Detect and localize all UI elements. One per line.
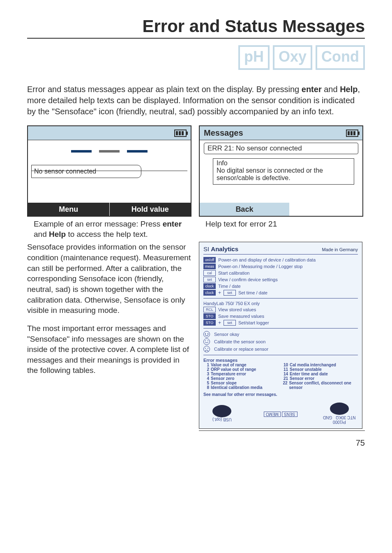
status-text: No sensor connected [31, 165, 141, 178]
display-right-titlebar: Messages [200, 126, 362, 140]
face-neutral-icon [203, 338, 210, 345]
key-rcl: RCL [203, 307, 216, 312]
face-neutral-text: Calibrate the sensor soon [214, 339, 265, 344]
see-manual: See manual for other error messages. [203, 392, 358, 397]
display-right-softkeys: Back [200, 203, 362, 216]
key-set: set [203, 277, 216, 282]
badge-row: pH Oxy Cond [27, 45, 365, 70]
panel-column: SI Analytics Made in Germany on/offPower… [199, 242, 365, 431]
display-right: Messages ERR 21: No sensor connected Inf… [199, 125, 363, 217]
info-body: No digital sensor is connected or the se… [217, 167, 350, 182]
info-box: Info No digital sensor is connected or t… [213, 158, 354, 185]
key-sto: STO [203, 313, 216, 319]
port-sens: SENS [282, 412, 297, 417]
caption-enter: enter [163, 220, 182, 228]
jack-left [212, 405, 231, 417]
body-para-2: The most important error messages and "S… [27, 323, 191, 376]
softkey-hold-value[interactable]: Hold value [109, 203, 191, 216]
jack-right [330, 403, 349, 415]
port-memo: MEMO [264, 412, 281, 417]
display-left-softkeys: Menu Hold value [28, 203, 191, 216]
plus-icon: + [218, 320, 221, 326]
caption-help: Help [49, 230, 66, 238]
caption-left: Example of an error message: Press enter… [27, 219, 191, 239]
lower-columns: Sensoface provides information on the se… [27, 242, 365, 431]
face-sad-text: Calibrate or replace sensor [214, 347, 268, 352]
plus-icon: + [218, 290, 221, 296]
caption-left-pre: Example of an error message: Press [34, 220, 163, 228]
error-grid: 1Value out of range 2ORP value out of ra… [203, 363, 358, 390]
badge-cond: Cond [316, 45, 365, 70]
intro-paragraph: Error and status messages appear as plai… [27, 84, 365, 117]
caption-post: to access the help text. [66, 230, 148, 238]
key-set-text: View / confirm device settings [218, 277, 278, 282]
display-left: No sensor connected Menu Hold value [27, 125, 191, 217]
key-rcl-text: View stored values [218, 307, 256, 312]
badge-oxy: Oxy [273, 45, 312, 70]
face-sad-icon [203, 346, 210, 352]
intro-enter: enter [302, 85, 322, 94]
page-number: 75 [27, 438, 365, 448]
caption-row: Example of an error message: Press enter… [27, 219, 365, 239]
caption-mid: and [34, 230, 49, 238]
display-left-titlebar [28, 126, 191, 140]
face-eyes [31, 150, 187, 153]
face-happy-icon [203, 331, 210, 338]
display-right-main: ERR 21: No sensor connected Info No digi… [200, 140, 362, 203]
key-meas-text: Power-on / Measuring mode / Logger stop [218, 264, 302, 269]
key-clock: clock [203, 283, 216, 289]
section-handylab: HandyLab 750/ 750 EX only [203, 301, 358, 306]
intro-mid: and [322, 85, 340, 94]
intro-help: Help [340, 85, 357, 94]
eye-icon [71, 150, 92, 153]
port-pt1000: Pt1000 [333, 420, 346, 424]
battery-icon [174, 130, 187, 137]
key-onoff-text: Power-on and display of device / calibra… [218, 257, 316, 262]
title-rule [27, 38, 365, 39]
display-left-main: No sensor connected [28, 140, 191, 203]
key-clock2: clock [203, 290, 216, 296]
port-gnd: GND [323, 415, 332, 420]
key-onoff: on/off [203, 257, 216, 263]
port-usb: USB (opt.) [212, 417, 232, 422]
key-set3: set [224, 320, 236, 326]
caption-right: Help text for error 21 [199, 219, 363, 239]
softkey-blank [289, 203, 362, 216]
combo1-text: Set time / date [238, 290, 267, 295]
eye-icon [99, 150, 120, 153]
page-title: Error and Status Messages [27, 16, 365, 36]
combo2-text: Set/start logger [238, 320, 269, 325]
face-happy-text: Sensor okay [214, 332, 239, 337]
key-sto2: STO [203, 320, 216, 326]
error-messages-head: Error messages [203, 358, 358, 363]
panel-made: Made in Germany [322, 247, 358, 252]
badge-ph: pH [238, 45, 270, 70]
panel-brand: SI Analytics [203, 245, 238, 252]
battery-icon [346, 130, 358, 137]
bottom-rule [199, 430, 365, 431]
display-pair: No sensor connected Menu Hold value Mess… [27, 125, 365, 217]
key-cal-text: Start calibration [218, 271, 249, 275]
device-panel: SI Analytics Made in Germany on/offPower… [199, 242, 362, 429]
body-para-1: Sensoface provides information on the se… [27, 242, 191, 315]
key-clock-text: Time / date [218, 284, 241, 289]
key-sto-text: Save measured values [218, 314, 264, 319]
softkey-back[interactable]: Back [200, 203, 289, 216]
intro-text: Error and status messages appear as plai… [27, 85, 302, 94]
key-set2: set [224, 290, 236, 296]
key-cal: cal [203, 270, 216, 276]
body-text: Sensoface provides information on the se… [27, 242, 191, 431]
error-line: ERR 21: No sensor connected [204, 143, 358, 154]
info-head: Info [217, 160, 350, 167]
jack-row: USB (opt.) MEMO SENS GND [203, 403, 358, 424]
eye-icon [127, 150, 148, 153]
softkey-menu[interactable]: Menu [28, 203, 109, 216]
display-right-title: Messages [204, 128, 243, 138]
port-ntc: NTC 30KΩ [336, 415, 356, 420]
key-meas: meas [203, 264, 216, 269]
